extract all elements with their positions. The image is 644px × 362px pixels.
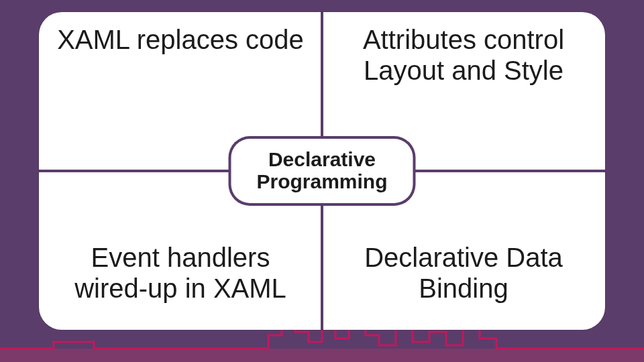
svg-rect-0: [0, 349, 644, 362]
center-topic: Declarative Programming: [231, 139, 413, 203]
center-topic-text: Declarative Programming: [256, 148, 387, 192]
quadrant-top-right-text: Attributes control Layout and Style: [337, 24, 590, 86]
quadrant-top-left-text: XAML replaces code: [57, 24, 304, 55]
quadrant-bottom-left-text: Event handlers wired-up in XAML: [54, 242, 307, 304]
quad-diagram: XAML replaces code Attributes control La…: [39, 12, 605, 330]
quadrant-bottom-right-text: Declarative Data Binding: [337, 242, 590, 304]
